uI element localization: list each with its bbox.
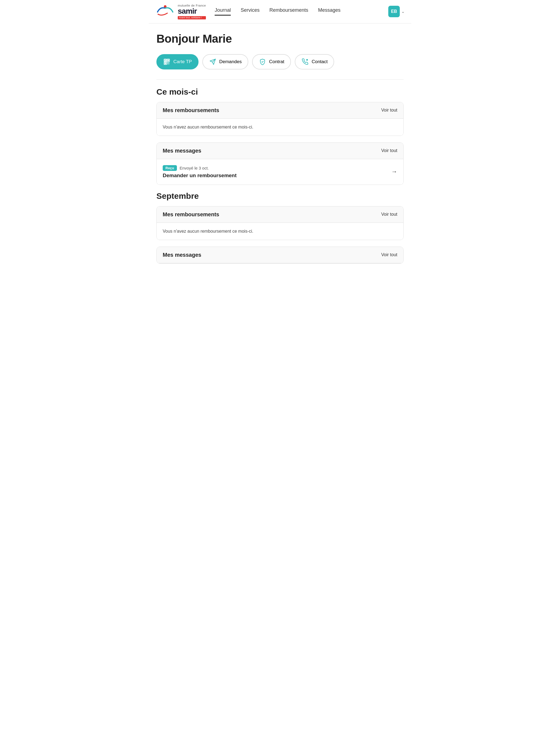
shield-check-icon	[259, 58, 266, 66]
remboursements-sept-empty: Vous n'avez aucun remboursement ce mois-…	[163, 229, 397, 234]
nav-messages[interactable]: Messages	[318, 7, 340, 16]
voir-tout-remboursements-mois[interactable]: Voir tout	[381, 108, 397, 113]
logo-icon	[155, 4, 175, 19]
phone-chat-icon: ...	[301, 58, 309, 66]
logo: mutuelle de France samir Avant tout, sol…	[155, 4, 206, 19]
section-title-septembre: Septembre	[156, 191, 404, 201]
svg-rect-9	[167, 63, 168, 64]
svg-rect-2	[164, 60, 166, 61]
section-ce-mois-ci: Ce mois-ci Mes remboursements Voir tout …	[156, 87, 404, 185]
quick-actions-bar: Carte TP Demandes Contrat	[156, 54, 404, 70]
card-title-remboursements-sept: Mes remboursements	[163, 211, 219, 217]
card-header-messages-mois: Mes messages Voir tout	[157, 143, 403, 159]
card-body-messages-mois: Reçu Envoyé le 3 oct. Demander un rembou…	[157, 159, 403, 185]
contrat-label: Contrat	[269, 59, 284, 65]
voir-tout-messages-mois[interactable]: Voir tout	[381, 148, 397, 153]
svg-rect-4	[168, 60, 169, 61]
svg-rect-10	[169, 63, 169, 64]
card-messages-sept: Mes messages Voir tout	[156, 247, 404, 264]
section-septembre: Septembre Mes remboursements Voir tout V…	[156, 191, 404, 264]
voir-tout-messages-sept[interactable]: Voir tout	[381, 252, 397, 257]
message-date-0: Envoyé le 3 oct.	[180, 166, 209, 170]
main-nav: Journal Services Remboursements Messages	[215, 7, 380, 16]
svg-rect-8	[169, 62, 169, 63]
svg-text:...: ...	[307, 59, 307, 61]
quick-action-demandes[interactable]: Demandes	[202, 54, 248, 70]
section-divider	[156, 79, 404, 80]
card-remboursements-sept: Mes remboursements Voir tout Vous n'avez…	[156, 206, 404, 240]
main-content: Bonjour Marie Carte TP	[149, 24, 411, 279]
logo-brand: samir	[178, 7, 206, 16]
quick-action-contrat[interactable]: Contrat	[252, 54, 291, 70]
card-header-messages-sept: Mes messages Voir tout	[157, 247, 403, 263]
greeting-heading: Bonjour Marie	[156, 32, 404, 45]
card-title-messages-sept: Mes messages	[163, 252, 201, 258]
paper-plane-icon	[209, 58, 217, 66]
site-header: mutuelle de France samir Avant tout, sol…	[149, 0, 411, 24]
logo-tagline: Avant tout, solidaire !	[178, 16, 206, 19]
card-body-remboursements-sept: Vous n'avez aucun remboursement ce mois-…	[157, 223, 403, 240]
card-remboursements-mois: Mes remboursements Voir tout Vous n'avez…	[156, 102, 404, 136]
voir-tout-remboursements-sept[interactable]: Voir tout	[381, 212, 397, 217]
remboursements-mois-empty: Vous n'avez aucun remboursement ce mois-…	[163, 125, 397, 130]
logo-text: mutuelle de France samir Avant tout, sol…	[178, 4, 206, 19]
badge-recu: Reçu	[163, 165, 177, 171]
section-title-ce-mois-ci: Ce mois-ci	[156, 87, 404, 97]
card-body-remboursements-mois: Vous n'avez aucun remboursement ce mois-…	[157, 119, 403, 136]
message-title-0: Demander un remboursement	[163, 173, 397, 179]
card-header-remboursements-mois: Mes remboursements Voir tout	[157, 102, 403, 119]
qr-icon	[163, 58, 171, 66]
card-title-remboursements-mois: Mes remboursements	[163, 107, 219, 113]
contact-label: Contact	[312, 59, 328, 65]
nav-remboursements[interactable]: Remboursements	[269, 7, 308, 16]
message-meta-0: Reçu Envoyé le 3 oct.	[163, 165, 397, 171]
quick-action-carte-tp[interactable]: Carte TP	[156, 54, 199, 70]
carte-tp-label: Carte TP	[173, 59, 192, 65]
svg-rect-6	[164, 62, 166, 64]
message-item-0[interactable]: Reçu Envoyé le 3 oct. Demander un rembou…	[163, 165, 397, 179]
quick-action-contact[interactable]: ... Contact	[295, 54, 334, 70]
message-arrow-0[interactable]: →	[391, 168, 397, 175]
nav-journal[interactable]: Journal	[215, 7, 231, 16]
user-menu: EB ⌄	[388, 6, 405, 17]
user-menu-chevron[interactable]: ⌄	[401, 9, 405, 14]
card-header-remboursements-sept: Mes remboursements Voir tout	[157, 206, 403, 223]
card-messages-mois: Mes messages Voir tout Reçu Envoyé le 3 …	[156, 143, 404, 185]
svg-rect-7	[167, 62, 168, 63]
card-title-messages-mois: Mes messages	[163, 148, 201, 154]
demandes-label: Demandes	[219, 59, 242, 65]
user-avatar-button[interactable]: EB	[388, 6, 400, 17]
nav-services[interactable]: Services	[240, 7, 259, 16]
